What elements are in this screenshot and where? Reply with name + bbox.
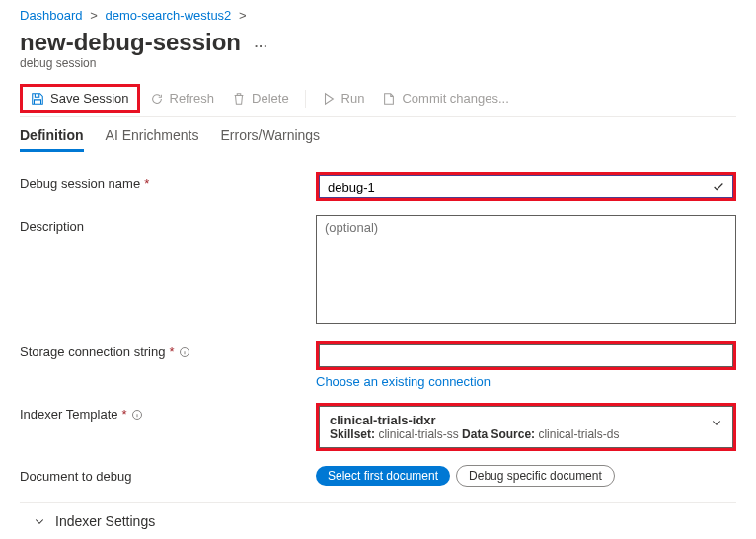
required-icon: *: [144, 176, 149, 191]
tab-ai-enrichments[interactable]: AI Enrichments: [106, 127, 199, 152]
row-session-name: Debug session name *: [20, 172, 736, 201]
save-session-button[interactable]: Save Session: [20, 84, 140, 113]
run-label: Run: [341, 91, 365, 106]
label-description-text: Description: [20, 219, 84, 234]
indexer-template-value: clinical-trials-idxr: [330, 413, 722, 427]
breadcrumb: Dashboard > demo-search-westus2 >: [20, 8, 736, 23]
save-session-label: Save Session: [50, 91, 129, 106]
label-storage: Storage connection string *: [20, 341, 316, 359]
storage-connection-input[interactable]: [319, 344, 733, 367]
trash-icon: [232, 92, 246, 106]
doc-option-group: Select first document Debug specific doc…: [316, 465, 736, 487]
indexer-template-subtext: Skillset: clinical-trials-ss Data Source…: [330, 427, 722, 441]
info-icon[interactable]: [179, 346, 190, 358]
play-icon: [322, 92, 336, 106]
title-row: new-debug-session ···: [20, 27, 736, 56]
chevron-down-icon: [34, 515, 45, 527]
row-storage: Storage connection string * Choose an ex…: [20, 341, 736, 389]
row-document-to-debug: Document to debug Select first document …: [20, 465, 736, 487]
row-description: Description: [20, 215, 736, 327]
label-session-name: Debug session name *: [20, 172, 316, 191]
checkmark-icon: [712, 180, 725, 193]
tab-errors-warnings[interactable]: Errors/Warnings: [220, 127, 320, 152]
skillset-value: clinical-trials-ss: [378, 427, 458, 441]
refresh-label: Refresh: [170, 91, 215, 106]
indexer-template-dropdown[interactable]: clinical-trials-idxr Skillset: clinical-…: [319, 406, 733, 448]
indexer-settings-accordion[interactable]: Indexer Settings: [20, 513, 736, 529]
required-icon: *: [122, 407, 127, 422]
label-document-to-debug: Document to debug: [20, 465, 316, 484]
refresh-button: Refresh: [142, 87, 223, 110]
page-title: new-debug-session: [20, 29, 241, 56]
field-indexer-wrap: clinical-trials-idxr Skillset: clinical-…: [316, 403, 736, 451]
storage-input-highlight: [316, 341, 736, 370]
save-icon: [31, 92, 44, 106]
field-doc-wrap: Select first document Debug specific doc…: [316, 465, 736, 487]
breadcrumb-dashboard[interactable]: Dashboard: [20, 8, 83, 23]
label-doc-text: Document to debug: [20, 469, 131, 484]
breadcrumb-service[interactable]: demo-search-westus2: [105, 8, 231, 23]
page-subtitle: debug session: [20, 56, 736, 70]
command-bar: Save Session Refresh Delete Run Commit c…: [20, 80, 736, 117]
tab-bar: Definition AI Enrichments Errors/Warning…: [20, 127, 736, 152]
label-indexer-template: Indexer Template *: [20, 403, 316, 422]
choose-connection-link[interactable]: Choose an existing connection: [316, 374, 491, 389]
toolbar-divider: [305, 90, 306, 108]
chevron-right-icon: >: [239, 8, 247, 23]
label-indexer-text: Indexer Template: [20, 407, 118, 422]
field-storage-wrap: Choose an existing connection: [316, 341, 736, 389]
chevron-right-icon: >: [90, 8, 98, 23]
commit-button: Commit changes...: [374, 87, 516, 110]
more-icon[interactable]: ···: [255, 38, 268, 53]
label-description: Description: [20, 215, 316, 234]
info-icon[interactable]: [131, 409, 143, 421]
label-session-name-text: Debug session name: [20, 176, 140, 191]
section-divider: [20, 502, 736, 503]
delete-button: Delete: [224, 87, 297, 110]
refresh-icon: [150, 92, 164, 106]
option-select-first-document[interactable]: Select first document: [316, 466, 450, 486]
run-button: Run: [314, 87, 373, 110]
indexer-settings-label: Indexer Settings: [55, 513, 155, 529]
skillset-key: Skillset:: [330, 427, 375, 441]
label-storage-text: Storage connection string: [20, 345, 165, 359]
chevron-down-icon: [711, 417, 722, 428]
session-name-input[interactable]: [319, 175, 733, 198]
delete-label: Delete: [252, 91, 289, 106]
datasource-value: clinical-trials-ds: [538, 427, 619, 441]
datasource-key: Data Source:: [462, 427, 535, 441]
field-description-wrap: [316, 215, 736, 327]
row-indexer-template: Indexer Template * clinical-trials-idxr …: [20, 403, 736, 451]
field-session-name-wrap: [316, 172, 736, 201]
description-input[interactable]: [316, 215, 736, 324]
tab-definition[interactable]: Definition: [20, 127, 84, 152]
commit-label: Commit changes...: [402, 91, 508, 106]
required-icon: *: [169, 345, 174, 359]
commit-icon: [382, 92, 396, 106]
option-debug-specific-document[interactable]: Debug specific document: [456, 465, 615, 487]
